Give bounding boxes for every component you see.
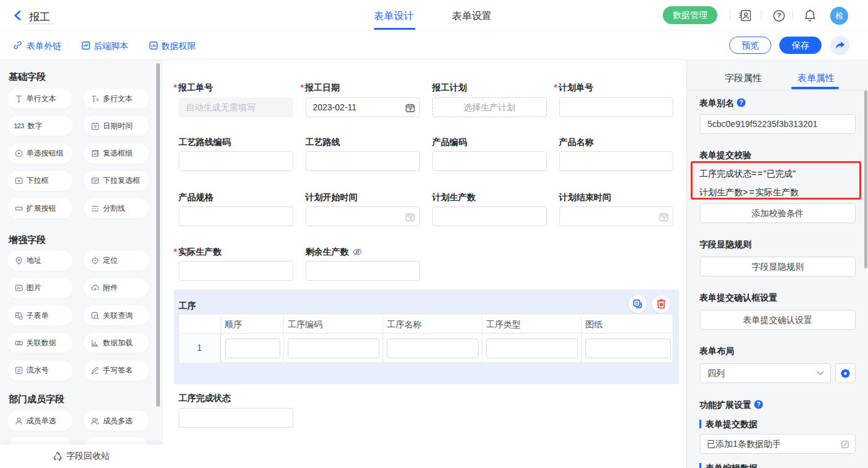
svg-text:?: ? [756,401,760,408]
svg-text:?: ? [777,12,781,19]
svg-text:?: ? [739,99,743,106]
